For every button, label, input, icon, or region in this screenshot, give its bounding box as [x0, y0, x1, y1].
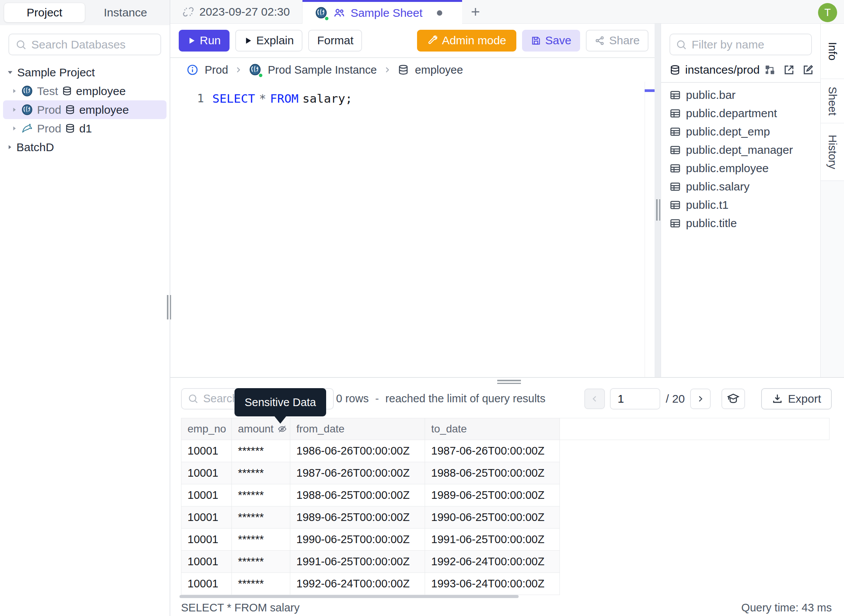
- online-status-dot: [324, 16, 329, 21]
- tree-item-prod-employee[interactable]: Prod employee: [3, 100, 167, 119]
- sql-identifier: salary;: [302, 92, 352, 105]
- cell: 1987-06-26T00:00:00Z: [425, 440, 560, 462]
- prev-page-button[interactable]: [584, 389, 605, 409]
- tab-project[interactable]: Project: [4, 3, 85, 23]
- page-number-input[interactable]: [610, 388, 660, 410]
- edit-icon[interactable]: [802, 64, 814, 76]
- results-resize-handle[interactable]: [497, 380, 521, 384]
- tree-item-batchd[interactable]: BatchD: [0, 138, 170, 156]
- environment-label: Prod: [37, 103, 61, 116]
- graduation-cap-icon-button[interactable]: [721, 389, 745, 409]
- tab-sheet[interactable]: Sheet: [821, 79, 844, 123]
- cell: 10001: [181, 462, 232, 484]
- caret-right-icon: [7, 144, 13, 150]
- tab-instance[interactable]: Instance: [85, 3, 166, 23]
- tab-sample-sheet[interactable]: Sample Sheet: [302, 0, 462, 24]
- column-header[interactable]: from_date: [290, 418, 425, 440]
- search-databases-input[interactable]: Search Databases: [8, 34, 161, 55]
- shared-users-icon: [333, 7, 345, 19]
- external-link-icon[interactable]: [783, 64, 795, 76]
- filter-placeholder: Filter by name: [692, 38, 764, 51]
- chevron-right-icon: [234, 66, 243, 74]
- sql-editor[interactable]: 1 SELECT*FROMsalary;: [170, 82, 655, 377]
- info-icon[interactable]: [186, 64, 199, 76]
- play-icon: [244, 37, 252, 45]
- breadcrumb-instance[interactable]: Prod Sample Instance: [268, 64, 377, 76]
- table-list: public.bar public.department public.dept…: [661, 83, 820, 232]
- next-page-button[interactable]: [690, 389, 711, 409]
- editor-scrollbar[interactable]: [645, 82, 655, 377]
- sidebar-resize-handle[interactable]: [167, 295, 172, 319]
- new-tab-button[interactable]: [462, 0, 489, 24]
- table-list-item[interactable]: public.t1: [661, 196, 820, 214]
- cell: 1988-06-25T00:00:00Z: [425, 462, 560, 484]
- avatar[interactable]: T: [818, 3, 837, 22]
- panel-resize-handle[interactable]: [656, 199, 661, 221]
- tree-item-sample-project[interactable]: Sample Project: [0, 63, 170, 82]
- database-tree: Sample Project Test: [0, 63, 170, 156]
- search-icon: [188, 393, 199, 404]
- tab-label: 2023-09-27 02:30: [199, 5, 290, 18]
- panel-divider: [655, 24, 661, 377]
- search-placeholder: Search Databases: [31, 38, 126, 51]
- sql-operator: *: [259, 92, 266, 105]
- cell: ******: [232, 573, 290, 595]
- explain-button[interactable]: Explain: [235, 30, 302, 52]
- schema-panel: Filter by name instances/prod: [661, 24, 820, 377]
- postgresql-icon: [249, 63, 262, 76]
- tab-recent-sheet[interactable]: 2023-09-27 02:30: [170, 0, 302, 24]
- table-list-item[interactable]: public.bar: [661, 86, 820, 104]
- database-icon: [398, 64, 409, 76]
- cell: 1989-06-25T00:00:00Z: [290, 506, 425, 529]
- export-button[interactable]: Export: [761, 388, 832, 410]
- result-grid: emp_no amount from_date to_date 10001 **…: [181, 418, 829, 595]
- database-icon: [669, 65, 681, 76]
- rows-info: 0 rows - reached the limit of query resu…: [336, 392, 545, 405]
- unlink-icon: [183, 6, 194, 18]
- cell: 10001: [181, 573, 232, 595]
- admin-mode-button[interactable]: Admin mode: [417, 30, 516, 52]
- cell: 10001: [181, 440, 232, 462]
- breadcrumb-database[interactable]: employee: [415, 64, 463, 76]
- cell: ******: [232, 484, 290, 506]
- tab-history[interactable]: History: [821, 123, 844, 181]
- cell: 10001: [181, 529, 232, 551]
- save-icon: [531, 35, 541, 46]
- column-header[interactable]: emp_no: [181, 418, 232, 440]
- cell: 1986-06-26T00:00:00Z: [290, 440, 425, 462]
- filter-by-name-input[interactable]: Filter by name: [669, 34, 812, 55]
- database-name: employee: [76, 85, 126, 98]
- run-button[interactable]: Run: [179, 30, 230, 52]
- table-list-item[interactable]: public.salary: [661, 177, 820, 196]
- tab-info[interactable]: Info: [821, 24, 844, 79]
- column-header[interactable]: to_date: [425, 418, 560, 440]
- column-header-filler: [560, 418, 829, 440]
- cell: 10001: [181, 506, 232, 529]
- cell: 1987-06-26T00:00:00Z: [290, 462, 425, 484]
- table-list-item[interactable]: public.department: [661, 104, 820, 123]
- table-list-item[interactable]: public.title: [661, 214, 820, 232]
- tree-item-test-employee[interactable]: Test employee: [0, 82, 170, 100]
- save-button[interactable]: Save: [522, 30, 580, 52]
- tree-item-prod-d1[interactable]: Prod d1: [0, 119, 170, 138]
- sql-code-line: SELECT*FROMsalary;: [212, 92, 356, 105]
- table-list-item[interactable]: public.dept_emp: [661, 123, 820, 141]
- search-icon: [676, 39, 687, 50]
- online-status-dot: [258, 73, 263, 78]
- table-list-item[interactable]: public.dept_manager: [661, 141, 820, 159]
- table-list-item[interactable]: public.employee: [661, 159, 820, 177]
- mysql-icon: [21, 123, 33, 135]
- project-label: Sample Project: [17, 66, 95, 79]
- cell: 1992-06-24T00:00:00Z: [290, 573, 425, 595]
- share-button[interactable]: Share: [586, 30, 648, 52]
- rows-count: 0 rows: [336, 392, 369, 405]
- horizontal-scrollbar[interactable]: [179, 595, 519, 598]
- sensitive-data-tooltip: Sensitive Data: [234, 388, 326, 416]
- schema-source-row: instances/prod: [661, 61, 820, 79]
- eye-off-icon: [277, 424, 287, 434]
- breadcrumb-environment[interactable]: Prod: [205, 64, 228, 76]
- tab-label: Sample Sheet: [351, 6, 422, 19]
- format-button[interactable]: Format: [308, 30, 362, 52]
- schema-diagram-icon[interactable]: [764, 64, 776, 76]
- cell: 1989-06-25T00:00:00Z: [425, 484, 560, 506]
